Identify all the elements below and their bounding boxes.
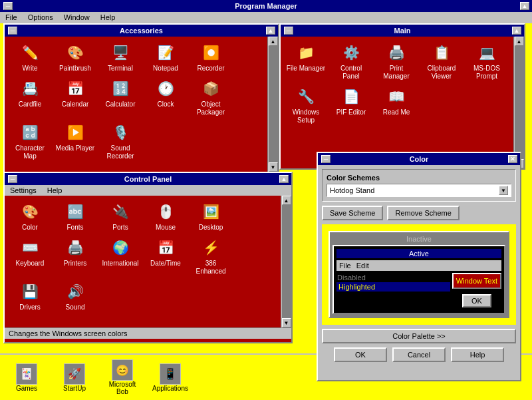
cp-icon-date-time[interactable]: 📅Date/Time bbox=[144, 236, 187, 277]
taskbar-icon-microsoft-bob[interactable]: 😊Microsoft Bob bbox=[102, 359, 142, 395]
main-icon-file-manager[interactable]: 📁File Manager bbox=[285, 41, 327, 82]
pm-minimize-btn[interactable]: ─ bbox=[3, 2, 13, 10]
acc-min-btn[interactable]: ─ bbox=[8, 27, 17, 35]
acc-icon-calculator[interactable]: 🔢Calculator bbox=[99, 77, 142, 118]
menu-help[interactable]: Help bbox=[98, 13, 118, 22]
accessories-titlebar: ─ Accessories ▲ bbox=[5, 25, 278, 37]
preview-window-text: Window Text bbox=[452, 273, 501, 289]
control-panel-icon-grid: 🎨Color🔤Fonts🔌Ports🖱️Mouse🖼️Desktop⌨️Keyb… bbox=[5, 196, 281, 327]
cp-icon-drivers[interactable]: 💾Drivers bbox=[9, 280, 51, 313]
acc-icon-media-player[interactable]: ▶️Media Player bbox=[54, 120, 96, 162]
fonts-icon: 🔤 bbox=[65, 201, 86, 222]
main-icon-control-panel[interactable]: ⚙️Control Panel bbox=[330, 41, 372, 82]
scroll-down-btn[interactable]: ▼ bbox=[269, 162, 278, 172]
main-icon-read-me[interactable]: 📖Read Me bbox=[375, 85, 418, 126]
menu-window[interactable]: Window bbox=[61, 13, 92, 22]
preview-ok-btn[interactable]: OK bbox=[462, 294, 491, 307]
control-panel-menubar: Settings Help bbox=[5, 185, 291, 196]
acc-icon-cardfile[interactable]: 📇Cardfile bbox=[9, 77, 51, 118]
notepad-icon: 📝 bbox=[155, 42, 176, 63]
cp-menu-settings[interactable]: Settings bbox=[7, 186, 39, 195]
main-title: Main bbox=[293, 27, 511, 35]
main-scroll-up[interactable]: ▲ bbox=[515, 37, 524, 46]
ok-btn[interactable]: OK bbox=[334, 347, 387, 362]
color-dialog-min-btn[interactable]: ─ bbox=[321, 155, 331, 163]
main-icon-windows-setup[interactable]: 🔧Windows Setup bbox=[285, 85, 327, 126]
object-packager-icon: 📦 bbox=[200, 78, 221, 99]
cardfile-icon: 📇 bbox=[19, 78, 41, 99]
menu-file[interactable]: File bbox=[3, 13, 20, 22]
cp-icon-color[interactable]: 🎨Color bbox=[9, 200, 51, 233]
cp-icon-international[interactable]: 🌍International bbox=[99, 236, 142, 277]
cp-scroll-down[interactable]: ▼ bbox=[282, 318, 291, 327]
acc-icon-clock[interactable]: 🕐Clock bbox=[144, 77, 187, 118]
cp-icon-keyboard[interactable]: ⌨️Keyboard bbox=[9, 236, 51, 277]
main-icon-ms-dos-prompt[interactable]: 💻MS-DOS Prompt bbox=[466, 41, 508, 82]
selected-scheme-text: Hotdog Stand bbox=[330, 186, 374, 194]
acc-icon-object-packager[interactable]: 📦Object Packager bbox=[190, 77, 232, 118]
color-scheme-dropdown[interactable]: Hotdog Stand ▼ bbox=[327, 184, 511, 197]
main-scroll-track bbox=[515, 46, 524, 159]
taskbar-icon-startup[interactable]: 🚀StartUp bbox=[55, 363, 94, 392]
cp-scroll-up[interactable]: ▲ bbox=[282, 196, 291, 205]
cp-icon-desktop[interactable]: 🖼️Desktop bbox=[190, 200, 232, 233]
cp-min-btn[interactable]: ─ bbox=[8, 175, 17, 183]
main-icon-pif-editor[interactable]: 📄PIF Editor bbox=[330, 85, 372, 126]
acc-icon-paintbrush[interactable]: 🎨Paintbrush bbox=[54, 41, 96, 74]
active-window-preview: Active File Edit Disabled Highlighted Wi… bbox=[332, 245, 505, 314]
clipboard-viewer-icon: 📋 bbox=[431, 42, 452, 63]
main-icon-clipboard-viewer[interactable]: 📋Clipboard Viewer bbox=[420, 41, 463, 82]
preview-ok-area: OK bbox=[460, 292, 494, 310]
main-scrollbar[interactable]: ▲ ▼ bbox=[513, 37, 524, 168]
active-label: Active bbox=[336, 249, 501, 258]
help-btn[interactable]: Help bbox=[451, 347, 504, 362]
cp-max-btn[interactable]: ▲ bbox=[279, 175, 289, 183]
cp-menu-help[interactable]: Help bbox=[45, 186, 65, 195]
cp-icon-386-enhanced[interactable]: ⚡386 Enhanced bbox=[190, 236, 232, 277]
cp-icon-fonts[interactable]: 🔤Fonts bbox=[54, 200, 96, 233]
color-dialog-titlebar: ─ Color ✕ bbox=[318, 153, 520, 165]
acc-icon-recorder[interactable]: ⏺️Recorder bbox=[190, 41, 232, 74]
dropdown-arrow-icon[interactable]: ▼ bbox=[499, 186, 508, 195]
control-panel-title: Control Panel bbox=[17, 175, 279, 183]
printers-icon: 🖨️ bbox=[65, 237, 86, 258]
ms-dos-prompt-icon: 💻 bbox=[476, 42, 497, 63]
acc-icon-sound-recorder[interactable]: 🎙️Sound Recorder bbox=[99, 120, 142, 162]
save-scheme-btn[interactable]: Save Scheme bbox=[322, 206, 383, 220]
main-max-btn[interactable]: ▲ bbox=[512, 27, 521, 35]
cp-icon-printers[interactable]: 🖨️Printers bbox=[54, 236, 96, 277]
keyboard-icon: ⌨️ bbox=[19, 237, 41, 258]
pm-maximize-btn[interactable]: ▲ bbox=[520, 2, 529, 10]
acc-icon-character-map[interactable]: 🔡Character Map bbox=[9, 120, 51, 162]
cp-icon-mouse[interactable]: 🖱️Mouse bbox=[144, 200, 187, 233]
sound-recorder-icon: 🎙️ bbox=[110, 122, 131, 143]
preview-menu: File Edit bbox=[336, 260, 501, 271]
color-schemes-label: Color Schemes bbox=[327, 174, 511, 182]
scroll-up-btn[interactable]: ▲ bbox=[269, 37, 278, 46]
color-palette-btn[interactable]: Color Palette >> bbox=[322, 329, 516, 343]
clock-icon: 🕐 bbox=[155, 78, 176, 99]
remove-scheme-btn[interactable]: Remove Scheme bbox=[387, 206, 459, 220]
color-dialog-close-btn[interactable]: ✕ bbox=[508, 155, 517, 163]
cp-scrollbar[interactable]: ▲ ▼ bbox=[281, 196, 291, 327]
acc-icon-terminal[interactable]: 🖥️Terminal bbox=[99, 41, 142, 74]
preview-body: Disabled Highlighted Window Text OK bbox=[336, 273, 501, 310]
acc-icon-write[interactable]: ✏️Write bbox=[9, 41, 51, 74]
preview-right: Window Text OK bbox=[452, 273, 501, 310]
main-min-btn[interactable]: ─ bbox=[284, 27, 293, 35]
character-map-icon: 🔡 bbox=[19, 122, 41, 143]
cp-icon-ports[interactable]: 🔌Ports bbox=[99, 200, 142, 233]
taskbar-icon-applications[interactable]: 📱Applications bbox=[150, 363, 190, 392]
acc-max-btn[interactable]: ▲ bbox=[266, 27, 275, 35]
control-panel-titlebar: ─ Control Panel ▲ bbox=[5, 173, 291, 185]
acc-icon-calendar[interactable]: 📅Calendar bbox=[54, 77, 96, 118]
cp-icon-sound[interactable]: 🔊Sound bbox=[54, 280, 96, 313]
menu-options[interactable]: Options bbox=[25, 13, 56, 22]
control-panel-window: ─ Control Panel ▲ Settings Help 🎨Color🔤F… bbox=[3, 172, 293, 343]
acc-icon-notepad[interactable]: 📝Notepad bbox=[144, 41, 187, 74]
taskbar-icon-games[interactable]: 🃏Games bbox=[7, 363, 47, 392]
preview-highlighted-text: Highlighted bbox=[336, 282, 450, 292]
cancel-btn[interactable]: Cancel bbox=[392, 347, 446, 362]
main-icon-print-manager[interactable]: 🖨️Print Manager bbox=[375, 41, 418, 82]
accessories-scrollbar[interactable]: ▲ ▼ bbox=[267, 37, 278, 172]
